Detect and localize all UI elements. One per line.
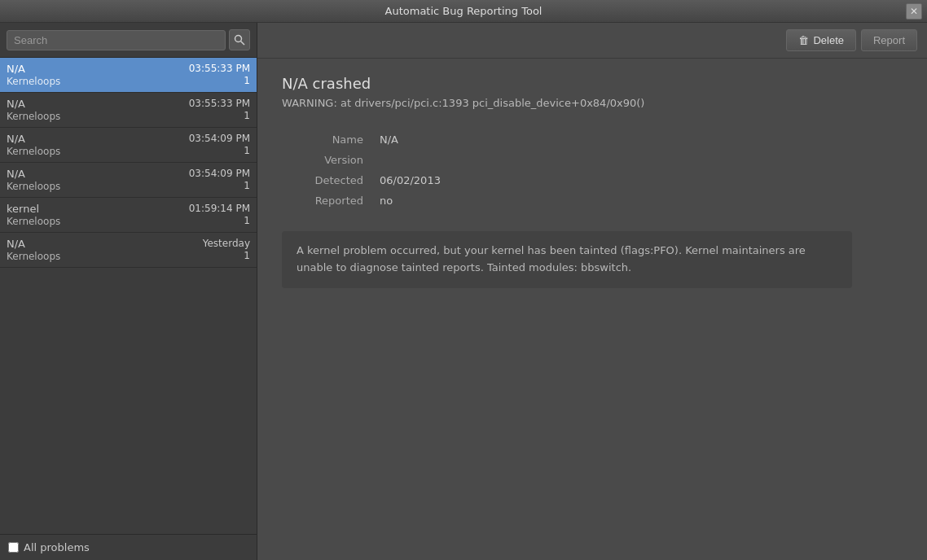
detected-value: 06/02/2013 — [380, 174, 689, 186]
problem-item-info: N/A Kerneloops — [7, 238, 60, 262]
problem-source: Kerneloops — [7, 76, 60, 87]
all-problems-checkbox[interactable] — [8, 542, 19, 553]
bottom-area: All problems — [0, 534, 257, 560]
crash-warning: WARNING: at drivers/pci/pci.c:1393 pci_d… — [282, 97, 903, 109]
window-title: Automatic Bug Reporting Tool — [385, 5, 543, 17]
search-button[interactable] — [229, 29, 250, 50]
right-panel: 🗑 Delete Report N/A crashed WARNING: at … — [257, 23, 927, 560]
problem-item[interactable]: N/A Kerneloops 03:55:33 PM 1 — [0, 93, 257, 128]
version-value — [380, 154, 689, 166]
problem-source: Kerneloops — [7, 181, 60, 192]
problem-source: Kerneloops — [7, 111, 60, 122]
detail-fields: Name N/A Version Detected 06/02/2013 Rep… — [282, 133, 689, 207]
problem-count: 1 — [244, 180, 250, 191]
problem-count: 1 — [244, 110, 250, 121]
problem-source: Kerneloops — [7, 146, 60, 157]
problem-item-info: N/A Kerneloops — [7, 168, 60, 192]
search-bar — [0, 23, 257, 58]
problem-count: 1 — [244, 75, 250, 86]
delete-icon: 🗑 — [798, 34, 809, 46]
delete-button[interactable]: 🗑 Delete — [786, 29, 856, 51]
reported-label: Reported — [282, 195, 363, 207]
problem-item[interactable]: N/A Kerneloops Yesterday 1 — [0, 233, 257, 268]
name-label: Name — [282, 133, 363, 146]
all-problems-label: All problems — [24, 541, 90, 553]
problem-time: 03:54:09 PM — [189, 133, 250, 144]
problem-time: 03:55:33 PM — [189, 63, 250, 74]
problem-item[interactable]: N/A Kerneloops 03:54:09 PM 1 — [0, 128, 257, 163]
problem-item-meta: Yesterday 1 — [203, 238, 250, 261]
problem-name: N/A — [7, 63, 60, 75]
problem-name: N/A — [7, 238, 60, 250]
problem-item[interactable]: N/A Kerneloops 03:54:09 PM 1 — [0, 163, 257, 198]
problem-item[interactable]: kernel Kerneloops 01:59:14 PM 1 — [0, 198, 257, 233]
problem-item-meta: 03:55:33 PM 1 — [189, 98, 250, 121]
report-label: Report — [873, 34, 905, 46]
detail-area: N/A crashed WARNING: at drivers/pci/pci.… — [257, 59, 927, 560]
search-input[interactable] — [7, 30, 226, 50]
reported-value: no — [380, 195, 689, 207]
delete-label: Delete — [813, 34, 844, 46]
crash-title: N/A crashed — [282, 75, 903, 92]
svg-point-0 — [235, 36, 242, 42]
problem-item-info: N/A Kerneloops — [7, 63, 60, 87]
report-button[interactable]: Report — [861, 29, 917, 51]
problem-item-info: kernel Kerneloops — [7, 203, 60, 227]
name-value: N/A — [380, 133, 689, 146]
problem-item-meta: 03:55:33 PM 1 — [189, 63, 250, 86]
problem-time: 01:59:14 PM — [189, 203, 250, 214]
problem-list: N/A Kerneloops 03:55:33 PM 1 N/A Kernelo… — [0, 58, 257, 534]
problem-name: N/A — [7, 133, 60, 145]
problem-time: Yesterday — [203, 238, 250, 249]
detail-message: A kernel problem occurred, but your kern… — [282, 231, 852, 288]
svg-line-1 — [241, 42, 245, 46]
version-label: Version — [282, 154, 363, 166]
problem-item-meta: 01:59:14 PM 1 — [189, 203, 250, 226]
problem-item-info: N/A Kerneloops — [7, 133, 60, 157]
problem-source: Kerneloops — [7, 216, 60, 227]
problem-source: Kerneloops — [7, 251, 60, 262]
problem-count: 1 — [244, 145, 250, 156]
problem-time: 03:54:09 PM — [189, 168, 250, 179]
main-container: N/A Kerneloops 03:55:33 PM 1 N/A Kernelo… — [0, 23, 927, 560]
problem-item-info: N/A Kerneloops — [7, 98, 60, 122]
problem-count: 1 — [244, 250, 250, 261]
problem-name: kernel — [7, 203, 60, 215]
close-button[interactable]: ✕ — [906, 3, 922, 20]
titlebar: Automatic Bug Reporting Tool ✕ — [0, 0, 927, 23]
problem-name: N/A — [7, 98, 60, 110]
problem-time: 03:55:33 PM — [189, 98, 250, 109]
left-panel: N/A Kerneloops 03:55:33 PM 1 N/A Kernelo… — [0, 23, 257, 560]
toolbar: 🗑 Delete Report — [257, 23, 927, 59]
problem-name: N/A — [7, 168, 60, 180]
problem-item[interactable]: N/A Kerneloops 03:55:33 PM 1 — [0, 58, 257, 93]
problem-count: 1 — [244, 215, 250, 226]
problem-item-meta: 03:54:09 PM 1 — [189, 168, 250, 191]
detected-label: Detected — [282, 174, 363, 186]
problem-item-meta: 03:54:09 PM 1 — [189, 133, 250, 156]
search-icon — [234, 34, 245, 46]
